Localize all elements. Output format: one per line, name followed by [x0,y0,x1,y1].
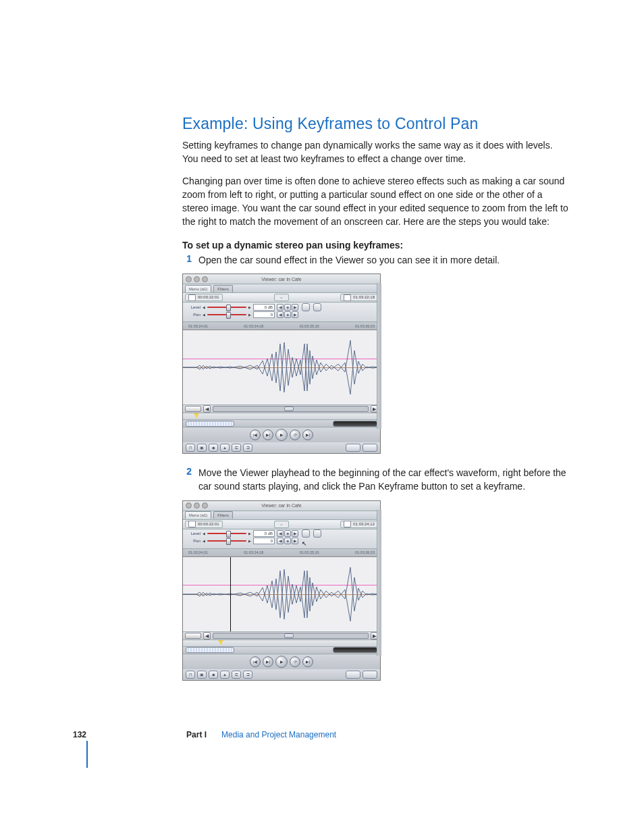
overwrite-button[interactable] [363,444,377,452]
filmstrip-icon [188,294,196,301]
zoom-scroll-row: ◀ ▶ [183,405,380,413]
playhead-marker-icon[interactable] [194,413,199,418]
shuttle-control[interactable] [333,647,377,653]
drag-hand-icon[interactable] [313,529,321,538]
current-timecode[interactable]: 01:03:22;18 [340,294,378,301]
pan-keyframe-next-button[interactable]: ▶ [292,538,298,544]
bottom-button-row: ⊓ ▣ ◆ ▲ ⊏ ⊐ [183,442,380,453]
pan-keyframe-prev-button[interactable]: ◀ [277,311,284,318]
scroll-left-button[interactable]: ◀ [203,632,211,640]
step-number: 2 [182,466,192,494]
shuttle-control[interactable] [333,421,377,427]
scroll-left-button[interactable]: ◀ [203,405,211,413]
mark-clip-button[interactable]: ▣ [197,444,207,452]
playhead-marker-icon[interactable] [218,640,223,645]
jog-wheel[interactable] [186,421,234,427]
step-text: Move the Viewer playhead to the beginnin… [198,466,570,494]
add-marker-button[interactable]: ▲ [220,671,230,679]
scrollbar[interactable] [213,633,369,639]
pan-keyframe-add-button[interactable]: ◈ [284,538,291,544]
play-around-button[interactable]: ⟳ [290,429,300,440]
mark-in-button[interactable]: ⊏ [232,444,241,452]
scrollbar-thumb[interactable] [284,407,294,411]
scrollbar-thumb[interactable] [284,633,294,638]
level-keyframe-prev-button[interactable]: ◀ [277,304,284,311]
reset-button[interactable] [302,303,310,311]
mark-out-button[interactable]: ⊐ [243,444,252,452]
stereo-pair-menu[interactable]: ⌵ [274,294,289,301]
pan-slider[interactable] [207,539,246,543]
time-ruler[interactable]: 01:03:24;01 01:03:24;18 01:03:25;10 01:0… [183,549,380,557]
level-value[interactable]: 0 dB [253,530,275,537]
timecode-row: 00:00:22:01 ⌵ 01:03:22;18 [183,293,380,303]
level-slider[interactable] [207,531,246,536]
part-label: Part I [186,730,207,739]
pan-slider[interactable] [207,313,246,317]
pan-keyframe-next-button[interactable]: ▶ [292,311,298,318]
pan-keyframe-add-button[interactable]: ◈ [284,311,291,318]
time-ruler[interactable]: 01:03:24;01 01:03:24;18 01:03:25;10 01:0… [183,322,380,330]
waveform-area[interactable] [183,557,380,631]
tab-filters[interactable]: Filters [213,285,232,292]
drag-hand-icon[interactable] [313,303,321,311]
scrollbar[interactable] [213,406,369,412]
play-around-button[interactable]: ⟳ [290,656,300,667]
overwrite-button[interactable] [363,671,377,679]
level-keyframe-prev-button[interactable]: ◀ [277,530,284,537]
add-keyframe-button[interactable]: ◆ [209,444,218,452]
play-button[interactable]: ▶ [275,429,288,441]
step-text: Open the car sound effect in the Viewer … [198,253,570,267]
step-number: 1 [182,253,192,267]
level-value[interactable]: 0 dB [253,304,275,311]
clock-icon [344,521,351,527]
play-button[interactable]: ▶ [275,656,288,668]
current-timecode[interactable]: 01:03:24;12 [340,521,378,528]
add-keyframe-button[interactable]: ◆ [209,671,218,679]
level-label: Level [186,531,200,536]
body-paragraph: Setting keyframes to change pan dynamica… [182,138,570,166]
tab-mono[interactable]: Mono (a1) [185,511,211,519]
mark-in-button[interactable]: ⊏ [232,671,241,679]
reset-button[interactable] [302,529,310,538]
mark-clip-button[interactable]: ▣ [197,671,207,679]
go-start-button[interactable]: |◀ [250,656,261,667]
zoom-slider[interactable] [185,406,201,412]
zoom-slider[interactable] [185,633,201,639]
go-end-button[interactable]: ▶| [302,429,313,440]
insert-button[interactable] [346,444,360,452]
jog-wheel[interactable] [186,647,234,653]
go-end-button[interactable]: ▶| [302,656,313,667]
level-keyframe-add-button[interactable]: ◈ [284,304,291,311]
match-frame-button[interactable]: ⊓ [186,444,195,452]
add-marker-button[interactable]: ▲ [220,444,230,452]
match-frame-button[interactable]: ⊓ [186,671,195,679]
cursor-arrow-icon: ↖ [302,540,307,547]
mini-ruler[interactable] [183,413,380,420]
transport-controls: |◀ ▶| ▶ ⟳ ▶| [183,654,380,669]
playhead-line[interactable] [230,557,231,631]
timecode-row: 00:00:22:01 ⌵ 01:03:24;12 [183,520,380,529]
titlebar: Viewer: car In Cafe [183,501,380,511]
level-keyframe-add-button[interactable]: ◈ [284,530,291,537]
pan-keyframe-prev-button[interactable]: ◀ [277,538,284,544]
insert-button[interactable] [346,671,360,679]
stereo-pair-menu[interactable]: ⌵ [274,521,289,528]
window-right-edge [377,510,381,656]
pan-value[interactable]: 0 [253,311,275,318]
duration-timecode[interactable]: 00:00:22:01 [185,294,223,301]
step-row: 1 Open the car sound effect in the Viewe… [182,253,570,267]
play-inout-button[interactable]: ▶| [263,656,273,667]
mark-out-button[interactable]: ⊐ [243,671,252,679]
level-keyframe-next-button[interactable]: ▶ [292,304,298,311]
duration-timecode[interactable]: 00:00:22:01 [185,521,223,528]
level-keyframe-next-button[interactable]: ▶ [292,530,298,537]
level-slider[interactable] [207,305,246,309]
pan-value[interactable]: 0 [253,538,275,544]
go-start-button[interactable]: |◀ [250,429,261,440]
play-inout-button[interactable]: ▶| [263,429,273,440]
waveform-area[interactable] [183,330,380,405]
mini-ruler[interactable] [183,640,380,647]
tab-mono[interactable]: Mono (a1) [185,285,211,292]
tab-filters[interactable]: Filters [213,511,232,519]
ruler-tick: 01:03:24;01 [188,550,208,554]
